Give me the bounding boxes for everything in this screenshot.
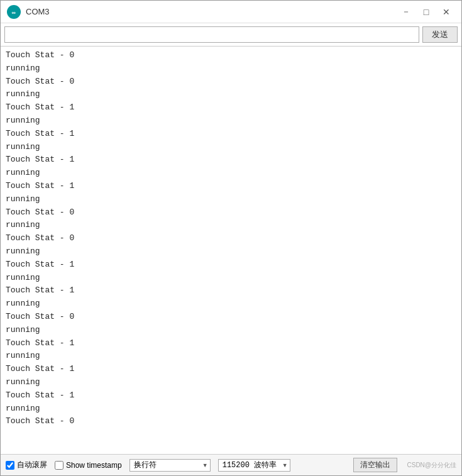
baud-rate-wrap: 115200 波特率 300 1200 2400 4800 9600 19200… [218,459,290,472]
arduino-logo-icon: ∞ [7,5,21,19]
output-line: Touch Stat - 0 [6,49,456,62]
title-bar: ∞ COM3 － □ ✕ [1,1,461,23]
output-line: running [6,297,456,311]
output-line: Touch Stat - 1 [6,128,456,141]
output-line: running [6,141,456,154]
autoscroll-checkbox[interactable] [6,461,14,470]
output-line: Touch Stat - 1 [6,284,456,297]
output-line: Touch Stat - 1 [6,389,456,402]
output-line: Touch Stat - 1 [6,101,456,114]
maximize-button[interactable]: □ [417,4,435,19]
serial-output[interactable]: Touch Stat - 0runningTouch Stat - 0runni… [1,47,461,454]
output-line: running [6,272,456,285]
output-line: running [6,167,456,180]
output-line: Touch Stat - 1 [6,153,456,167]
output-line: Touch Stat - 1 [6,363,456,376]
output-line: Touch Stat - 0 [6,206,456,219]
title-bar-left: ∞ COM3 [7,5,50,19]
output-line: Touch Stat - 0 [6,232,456,245]
output-line: Touch Stat - 0 [6,311,456,324]
minimize-button[interactable]: － [397,4,415,19]
output-line: running [6,193,456,206]
output-line: running [6,245,456,258]
send-button[interactable]: 发送 [422,26,458,43]
output-line: running [6,62,456,75]
clear-button[interactable]: 清空输出 [353,458,397,472]
output-line: running [6,402,456,416]
main-window: ∞ COM3 － □ ✕ 发送 Touch Stat - 0runningTou… [0,0,462,476]
window-title: COM3 [26,7,50,16]
output-line: running [6,324,456,337]
output-line: Touch Stat - 0 [6,75,456,89]
watermark: CSDN@分分化佳 [407,461,457,470]
output-line: running [6,350,456,363]
output-line: running [6,114,456,128]
timestamp-wrap: Show timestamp [55,461,122,470]
autoscroll-wrap: 自动滚屏 [6,460,47,470]
timestamp-checkbox[interactable] [55,461,63,470]
output-line: Touch Stat - 0 [6,415,456,428]
input-bar: 发送 [1,23,461,47]
output-line: running [6,88,456,101]
line-ending-select[interactable]: 换行符 No line ending 回车符 Both NL & CR [129,459,211,472]
autoscroll-label: 自动滚屏 [17,460,47,470]
timestamp-label: Show timestamp [66,461,122,470]
output-line: Touch Stat - 1 [6,337,456,350]
output-line: Touch Stat - 1 [6,180,456,193]
svg-text:∞: ∞ [12,9,16,15]
output-line: Touch Stat - 1 [6,258,456,272]
close-button[interactable]: ✕ [437,4,455,19]
serial-input[interactable] [4,26,419,43]
status-bar: 自动滚屏 Show timestamp 换行符 No line ending 回… [1,454,461,475]
line-ending-wrap: 换行符 No line ending 回车符 Both NL & CR [129,459,211,472]
output-line: running [6,219,456,232]
output-line: running [6,376,456,389]
title-controls: － □ ✕ [397,4,455,19]
baud-rate-select[interactable]: 115200 波特率 300 1200 2400 4800 9600 19200… [218,459,290,472]
